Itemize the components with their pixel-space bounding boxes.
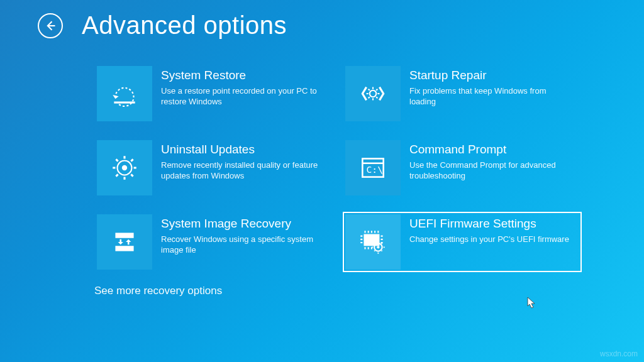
tile-startup-repair[interactable]: Startup Repair Fix problems that keep Wi…	[343, 63, 582, 124]
tile-system-image-recovery[interactable]: System Image Recovery Recover Windows us…	[94, 212, 333, 272]
svg-point-3	[122, 165, 127, 170]
svg-point-1	[370, 90, 376, 97]
arrow-left-icon	[44, 19, 57, 32]
uninstall-updates-icon	[97, 140, 152, 195]
svg-point-11	[377, 246, 379, 248]
command-prompt-icon: C:\	[345, 140, 401, 195]
options-grid: System Restore Use a restore point recor…	[0, 40, 644, 272]
tile-desc: Use a restore point recorded on your PC …	[161, 85, 325, 107]
tile-title: Command Prompt	[409, 143, 573, 157]
tile-uefi-firmware-settings[interactable]: UEFI Firmware Settings Change settings i…	[343, 212, 582, 272]
tile-title: System Image Recovery	[161, 217, 325, 231]
uefi-firmware-icon	[345, 214, 401, 270]
tile-title: System Restore	[161, 69, 325, 83]
tile-desc: Use the Command Prompt for advanced trou…	[409, 160, 573, 182]
tile-system-restore[interactable]: System Restore Use a restore point recor…	[94, 63, 333, 124]
page-title: Advanced options	[82, 11, 287, 40]
svg-rect-7	[115, 233, 133, 238]
back-button[interactable]	[38, 13, 63, 38]
watermark: wsxdn.com	[600, 349, 638, 358]
svg-text:C:\: C:\	[367, 164, 383, 175]
tile-desc: Recover Windows using a specific system …	[161, 234, 325, 256]
tile-desc: Remove recently installed quality or fea…	[161, 160, 325, 182]
tile-title: Uninstall Updates	[161, 143, 325, 157]
mouse-cursor-icon	[527, 297, 536, 309]
tile-command-prompt[interactable]: C:\ Command Prompt Use the Command Promp…	[343, 138, 582, 198]
tile-title: UEFI Firmware Settings	[409, 217, 569, 231]
tile-desc: Change settings in your PC's UEFI firmwa…	[409, 234, 569, 245]
system-restore-icon	[97, 66, 152, 121]
svg-rect-0	[114, 102, 135, 104]
svg-rect-8	[115, 246, 133, 251]
see-more-recovery-options-link[interactable]: See more recovery options	[0, 272, 644, 297]
tile-desc: Fix problems that keep Windows from load…	[409, 85, 573, 107]
startup-repair-icon	[345, 66, 401, 121]
svg-rect-9	[364, 234, 379, 246]
system-image-recovery-icon	[97, 214, 152, 270]
tile-title: Startup Repair	[409, 69, 573, 83]
tile-uninstall-updates[interactable]: Uninstall Updates Remove recently instal…	[94, 138, 333, 198]
